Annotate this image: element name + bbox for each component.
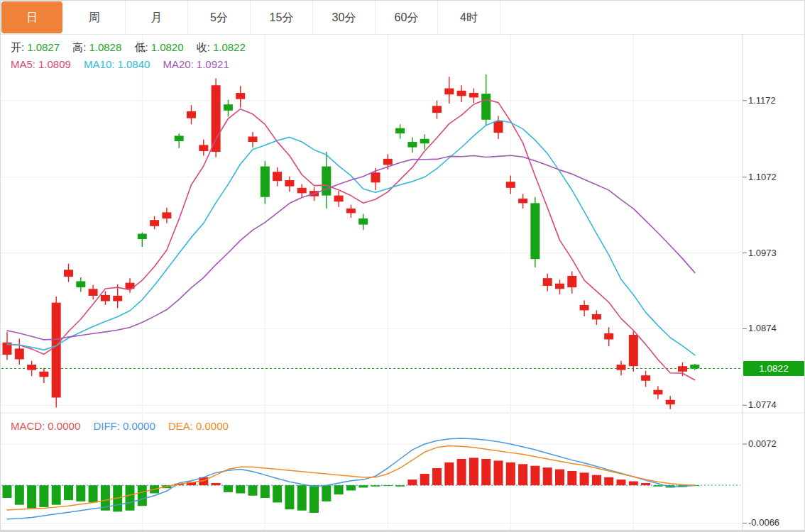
ma10-label: MA10: xyxy=(84,58,114,70)
timeframe-toolbar: 日 周 月 5分 15分 30分 60分 4时 xyxy=(1,1,804,35)
ohlc-readout: 开:1.0827 高:1.0828 低:1.0820 收:1.0822 xyxy=(11,41,248,55)
macd-readout: MACD:0.0000 DIFF:0.0000 DEA:0.0000 xyxy=(11,420,231,432)
ma20-value: 1.0921 xyxy=(197,58,229,70)
tab-week[interactable]: 周 xyxy=(63,1,126,34)
y-axis-label: 1.1172 xyxy=(748,95,776,106)
y-axis-label: 1.0774 xyxy=(748,399,777,411)
y-axis-label: 1.1072 xyxy=(748,172,777,183)
ma20-label: MA20: xyxy=(163,58,194,70)
close-label: 收: xyxy=(197,41,210,53)
y-axis-label: 1.0973 xyxy=(748,248,777,259)
dea-value: 0.0000 xyxy=(196,420,229,432)
current-price-badge: 1.0822 xyxy=(743,361,804,376)
tab-month[interactable]: 月 xyxy=(126,1,188,34)
ma5-label: MA5: xyxy=(11,58,35,70)
macd-value: 0.0000 xyxy=(48,420,80,432)
ma-readout: MA5:1.0809 MA10:1.0840 MA20:1.0921 xyxy=(11,58,232,70)
open-value: 1.0827 xyxy=(27,41,60,53)
open-label: 开: xyxy=(11,41,24,53)
low-label: 低: xyxy=(134,41,148,53)
y-axis-label: 1.0874 xyxy=(748,323,777,334)
tab-4hour[interactable]: 4时 xyxy=(438,1,500,34)
diff-value: 0.0000 xyxy=(123,420,155,432)
close-value: 1.0822 xyxy=(213,41,246,53)
macd-label: MACD: xyxy=(11,420,45,432)
tab-day[interactable]: 日 xyxy=(1,1,62,33)
y-axis-label: -0.0066 xyxy=(748,517,779,528)
chart-canvas[interactable] xyxy=(1,1,805,532)
high-label: 高: xyxy=(72,41,86,53)
dea-label: DEA: xyxy=(168,420,193,432)
ma10-value: 1.0840 xyxy=(117,58,150,70)
ma5-value: 1.0809 xyxy=(38,58,71,70)
y-axis-label: 0.0072 xyxy=(748,438,777,450)
tab-60min[interactable]: 60分 xyxy=(376,1,438,34)
high-value: 1.0828 xyxy=(89,41,121,53)
diff-label: DIFF: xyxy=(93,420,120,432)
trading-chart-app: 日 周 月 5分 15分 30分 60分 4时 开:1.0827 高:1.082… xyxy=(0,0,805,532)
tab-5min[interactable]: 5分 xyxy=(188,1,251,34)
low-value: 1.0820 xyxy=(151,41,184,53)
tab-15min[interactable]: 15分 xyxy=(251,1,313,34)
tab-30min[interactable]: 30分 xyxy=(313,1,376,34)
